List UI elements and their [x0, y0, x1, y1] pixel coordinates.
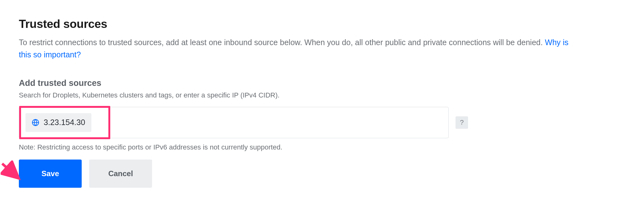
cancel-button[interactable]: Cancel — [89, 160, 152, 188]
trusted-sources-input[interactable] — [101, 111, 443, 134]
section-description: To restrict connections to trusted sourc… — [19, 36, 578, 61]
section-title: Trusted sources — [19, 18, 625, 31]
add-sources-subtitle: Add trusted sources — [19, 78, 625, 88]
save-button[interactable]: Save — [19, 160, 82, 188]
help-button[interactable]: ? — [456, 116, 468, 129]
description-text: To restrict connections to trusted sourc… — [19, 38, 545, 47]
add-sources-hint: Search for Droplets, Kubernetes clusters… — [19, 91, 625, 99]
source-chip[interactable]: 3.23.154.30 — [25, 113, 91, 132]
globe-icon — [32, 119, 39, 126]
note-text: Note: Restricting access to specific por… — [19, 143, 625, 151]
source-chip-label: 3.23.154.30 — [44, 118, 85, 127]
trusted-sources-input-container[interactable]: 3.23.154.30 — [19, 107, 449, 138]
